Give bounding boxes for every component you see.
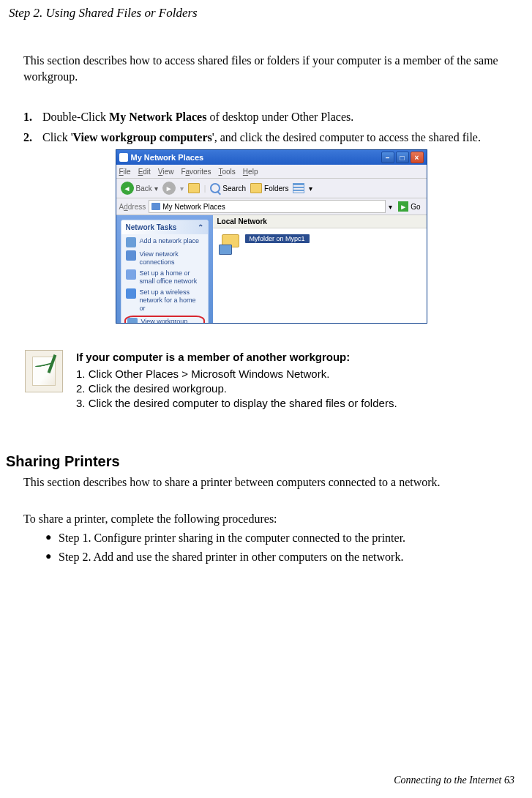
note-line-3: 3. Click the desired computer to display… — [76, 396, 397, 411]
folder-icon — [250, 183, 262, 193]
back-button[interactable]: ◄ Back ▾ — [121, 182, 158, 195]
bold-fragment: My Network Places — [109, 111, 206, 123]
task-panel: Network Tasks ⌃ Add a network place View… — [116, 215, 213, 324]
maximize-button[interactable]: □ — [396, 152, 409, 163]
dropdown-icon[interactable]: ▾ — [389, 203, 392, 211]
go-arrow-icon: ► — [398, 201, 408, 212]
task-view-workgroup[interactable]: View workgroup computers — [124, 316, 205, 324]
folders-button[interactable]: Folders — [250, 183, 288, 193]
bullet-step-1: ● Step 1. Configure printer sharing in t… — [23, 532, 519, 545]
up-folder-icon[interactable] — [188, 183, 200, 193]
screenshot-window: My Network Places – □ × File Edit View F… — [116, 149, 427, 324]
connections-icon — [126, 250, 136, 261]
step-number: 1. — [23, 109, 42, 125]
text-fragment: of desktop under Other Places. — [206, 111, 353, 123]
toolbar: ◄ Back ▾ ► ▾ | Search Folders ▾ — [116, 179, 427, 198]
task-label: Set up a wireless network for a home or — [140, 288, 203, 313]
home-network-icon — [126, 269, 136, 280]
address-field[interactable]: My Network Places — [149, 200, 386, 213]
task-label: View network connections — [140, 250, 203, 266]
step-number: 2. — [23, 130, 42, 146]
divider: | — [204, 184, 206, 193]
task-setup-wireless[interactable]: Set up a wireless network for a home or — [126, 288, 203, 313]
search-label: Search — [222, 184, 246, 193]
menu-view[interactable]: View — [158, 168, 174, 176]
task-add-network-place[interactable]: Add a network place — [126, 237, 203, 247]
bullet-icon: ● — [45, 551, 59, 564]
bold-fragment: View workgroup computers — [73, 131, 212, 143]
shared-folder-item[interactable]: Myfolder on Mypc1 — [219, 234, 310, 256]
note-line-2: 2. Click the desired workgroup. — [76, 381, 397, 396]
note-icon — [32, 357, 56, 386]
separator-icon: ▾ — [180, 184, 184, 193]
close-button[interactable]: × — [411, 152, 424, 163]
bullet-text: Step 1. Configure printer sharing in the… — [59, 532, 405, 545]
task-panel-header[interactable]: Network Tasks ⌃ — [121, 220, 208, 234]
collapse-icon: ⌃ — [198, 223, 203, 231]
step-text: Double-Click My Network Places of deskto… — [42, 109, 519, 125]
views-icon[interactable] — [293, 183, 304, 193]
section-heading: Sharing Printers — [6, 453, 519, 470]
shared-folder-icon — [219, 234, 241, 256]
bullet-text: Step 2. Add and use the shared printer i… — [59, 551, 403, 564]
search-icon — [210, 183, 220, 193]
menu-help[interactable]: Help — [243, 168, 258, 176]
addressbar: Address My Network Places ▾ ► Go — [116, 198, 427, 215]
back-arrow-icon: ◄ — [121, 182, 134, 195]
window-icon — [119, 153, 128, 162]
shared-folder-label: Myfolder on Mypc1 — [245, 234, 310, 243]
text-fragment: Click ' — [42, 131, 73, 143]
window-titlebar: My Network Places – □ × — [116, 150, 427, 165]
content-pane: Local Network Myfolder on Mypc1 — [213, 215, 427, 324]
bullet-icon: ● — [45, 532, 59, 545]
intro-paragraph: This section describes how to access sha… — [23, 53, 519, 84]
instruction-step-2: 2. Click 'View workgroup computers', and… — [23, 130, 519, 146]
network-place-icon — [126, 237, 136, 247]
menu-edit[interactable]: Edit — [138, 168, 151, 176]
go-label: Go — [411, 203, 420, 211]
note-line-1: 1. Click Other Places > Microsoft Window… — [76, 367, 397, 381]
menu-tools[interactable]: Tools — [219, 168, 236, 176]
window-title: My Network Places — [131, 153, 204, 162]
step-text: Click 'View workgroup computers', and cl… — [42, 130, 519, 146]
procedure-lead: To share a printer, complete the followi… — [23, 512, 519, 526]
go-button[interactable]: ► Go — [395, 201, 423, 212]
note-heading: If your computer is a member of another … — [76, 350, 397, 365]
section-intro: This section describes how to share a pr… — [23, 474, 519, 491]
bullet-step-2: ● Step 2. Add and use the shared printer… — [23, 551, 519, 564]
dropdown-icon: ▾ — [309, 184, 312, 193]
dropdown-icon: ▾ — [154, 184, 158, 193]
forward-button[interactable]: ► — [162, 182, 176, 195]
minimize-button[interactable]: – — [381, 152, 394, 163]
note-box: If your computer is a member of another … — [23, 350, 519, 411]
local-network-header: Local Network — [213, 215, 427, 228]
network-places-icon — [151, 203, 160, 210]
page-step-title: Step 2. Using Shared Files or Folders — [0, 0, 532, 20]
menu-favorites[interactable]: Favorites — [181, 168, 211, 176]
menubar: File Edit View Favorites Tools Help — [116, 165, 427, 179]
task-label: Add a network place — [140, 237, 200, 245]
task-label: View workgroup computers — [141, 318, 202, 324]
wireless-icon — [126, 288, 136, 299]
task-setup-home-network[interactable]: Set up a home or small office network — [126, 269, 203, 286]
address-value: My Network Places — [162, 203, 225, 211]
address-label: Address — [119, 203, 146, 211]
task-header-label: Network Tasks — [126, 223, 177, 231]
back-label: Back — [136, 184, 152, 193]
note-icon-wrap — [25, 350, 63, 392]
search-button[interactable]: Search — [210, 183, 246, 193]
workgroup-icon — [127, 318, 138, 324]
menu-file[interactable]: File — [119, 168, 131, 176]
page-footer: Connecting to the Internet 63 — [394, 775, 514, 786]
folders-label: Folders — [264, 184, 288, 193]
task-label: Set up a home or small office network — [140, 269, 203, 286]
text-fragment: Double-Click — [42, 111, 109, 123]
text-fragment: ', and click the desired computer to acc… — [212, 131, 481, 143]
instruction-step-1: 1. Double-Click My Network Places of des… — [23, 109, 519, 125]
task-view-connections[interactable]: View network connections — [126, 250, 203, 266]
